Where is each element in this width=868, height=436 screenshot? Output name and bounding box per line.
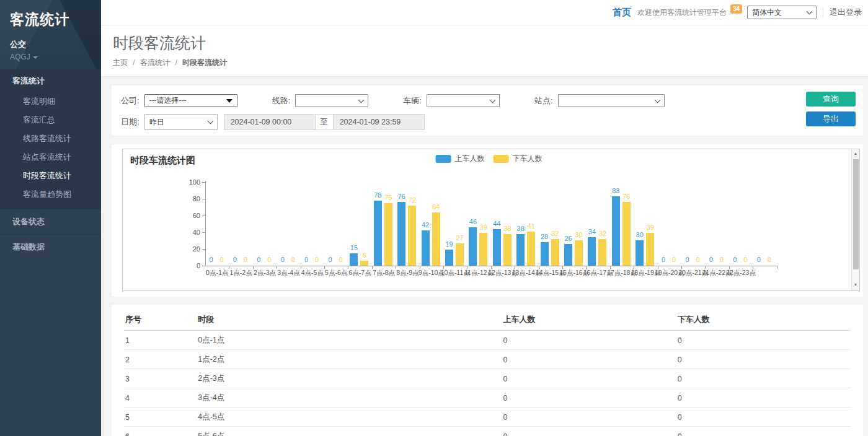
station-label: 站点: bbox=[534, 95, 553, 107]
breadcrumb-separator: / bbox=[133, 58, 135, 67]
user-name: AQGJ bbox=[10, 53, 30, 61]
bar bbox=[527, 232, 535, 266]
table-cell: 0 bbox=[676, 369, 851, 388]
y-axis-line bbox=[205, 181, 206, 266]
bar bbox=[493, 229, 501, 266]
table-cell: 0 bbox=[676, 427, 851, 436]
divider bbox=[823, 7, 823, 17]
bar bbox=[422, 230, 430, 266]
x-axis-label: 22点-23点 bbox=[725, 269, 757, 277]
bar bbox=[374, 201, 382, 266]
date-to-separator: 至 bbox=[316, 114, 333, 130]
bar bbox=[360, 261, 368, 266]
table-cell: 4点-5点 bbox=[197, 408, 502, 427]
company-select[interactable]: ---请选择--- bbox=[144, 94, 237, 107]
table-cell: 1 bbox=[124, 331, 197, 350]
bar-value-label: 76 bbox=[617, 193, 636, 200]
chevron-down-icon bbox=[654, 97, 660, 103]
org-name: 公交 bbox=[10, 39, 101, 50]
table-panel: 序号时段上车人数下车人数 10点-1点0021点-2点0032点-3点0043点… bbox=[112, 305, 863, 436]
chevron-down-icon bbox=[358, 97, 365, 103]
sidebar-subitem[interactable]: 客流明细 bbox=[0, 92, 101, 111]
table-header-row: 序号时段上车人数下车人数 bbox=[124, 308, 851, 331]
table-header-cell: 时段 bbox=[197, 308, 502, 331]
notification-badge[interactable]: 34 bbox=[730, 4, 742, 14]
sidebar-item-passenger-stats[interactable]: 客流统计 bbox=[0, 69, 101, 92]
table-header-cell: 序号 bbox=[124, 308, 197, 331]
dropdown-arrow-icon bbox=[226, 99, 232, 103]
bar bbox=[598, 239, 606, 266]
chart-container: 时段车流统计图 上车人数下车人数 0204060801000点-1点001点-2… bbox=[122, 149, 860, 291]
station-select[interactable] bbox=[558, 94, 665, 107]
topbar: 首页 欢迎使用客流统计管理平台 34 简体中文 退出登录 bbox=[101, 0, 868, 25]
table-row: 43点-4点00 bbox=[124, 388, 851, 408]
sidebar-subitem[interactable]: 客流量趋势图 bbox=[0, 185, 101, 204]
sidebar-item-base-data[interactable]: 基础数据 bbox=[0, 234, 101, 259]
table-body: 10点-1点0021点-2点0032点-3点0043点-4点0054点-5点00… bbox=[124, 331, 851, 436]
y-axis-tick bbox=[202, 266, 205, 266]
bar-value-label: 0 bbox=[760, 256, 779, 263]
sidebar-item-device-status[interactable]: 设备状态 bbox=[0, 209, 101, 234]
bar bbox=[445, 250, 453, 266]
logout-link[interactable]: 退出登录 bbox=[830, 7, 862, 18]
page-heading: 时段客流统计 主页 / 客流统计 / 时段客流统计 bbox=[101, 25, 868, 77]
app-logo: 客流统计 bbox=[10, 10, 101, 29]
table-cell: 2 bbox=[124, 350, 197, 369]
table-cell: 2点-3点 bbox=[197, 369, 502, 388]
vehicle-label: 车辆: bbox=[403, 95, 422, 107]
bar-value-label: 39 bbox=[641, 224, 660, 231]
bar bbox=[408, 206, 416, 266]
bar-value-label: 32 bbox=[593, 230, 612, 237]
table-header-cell: 下车人数 bbox=[676, 308, 851, 331]
bar bbox=[612, 196, 620, 266]
vehicle-select[interactable] bbox=[427, 94, 500, 107]
bar bbox=[564, 244, 572, 266]
table-cell: 5 bbox=[124, 408, 197, 427]
scroll-down-arrow-icon[interactable]: ▼ bbox=[852, 281, 859, 289]
date-to-input[interactable]: 2024-01-09 23:59 bbox=[333, 114, 425, 130]
stats-table: 序号时段上车人数下车人数 10点-1点0021点-2点0032点-3点0043点… bbox=[124, 308, 851, 436]
company-value: ---请选择--- bbox=[149, 95, 187, 106]
table-cell: 0 bbox=[502, 369, 676, 388]
table-row: 10点-1点00 bbox=[124, 331, 851, 350]
sidebar-subitem[interactable]: 时段客流统计 bbox=[0, 167, 101, 185]
table-cell: 4 bbox=[124, 388, 197, 408]
home-link[interactable]: 首页 bbox=[613, 7, 631, 19]
chevron-down-icon bbox=[807, 9, 813, 15]
table-cell: 6 bbox=[124, 427, 197, 436]
sidebar-submenu: 客流明细客流汇总线路客流统计站点客流统计时段客流统计客流量趋势图 bbox=[0, 92, 101, 209]
query-button[interactable]: 查询 bbox=[806, 92, 856, 107]
date-preset-select[interactable]: 昨日 bbox=[144, 114, 218, 130]
y-axis-tick bbox=[202, 249, 205, 250]
bar bbox=[503, 234, 512, 266]
breadcrumb-current: 时段客流统计 bbox=[182, 58, 227, 67]
sidebar-subitem[interactable]: 站点客流统计 bbox=[0, 148, 101, 167]
scroll-up-arrow-icon[interactable]: ▲ bbox=[852, 149, 859, 158]
sidebar-subitem[interactable]: 客流汇总 bbox=[0, 111, 101, 129]
table-header-cell: 上车人数 bbox=[502, 308, 676, 331]
date-preset-value: 昨日 bbox=[149, 117, 164, 128]
language-select[interactable]: 简体中文 bbox=[747, 6, 817, 19]
bar bbox=[636, 240, 644, 266]
breadcrumb-home[interactable]: 主页 bbox=[113, 58, 128, 67]
bar-value-label: 6 bbox=[355, 251, 374, 259]
chart-vertical-scrollbar[interactable]: ▲ ▼ bbox=[851, 149, 859, 290]
breadcrumb-passenger-stats[interactable]: 客流统计 bbox=[140, 58, 170, 67]
bar-value-label: 64 bbox=[427, 203, 445, 211]
sidebar-section-passenger-stats: 客流统计 客流明细客流汇总线路客流统计站点客流统计时段客流统计客流量趋势图 bbox=[0, 69, 101, 209]
y-axis-tick-label: 100 bbox=[174, 178, 200, 186]
table-row: 21点-2点00 bbox=[124, 350, 851, 369]
sidebar-subitem[interactable]: 线路客流统计 bbox=[0, 129, 101, 148]
user-menu[interactable]: AQGJ bbox=[10, 53, 101, 61]
line-select[interactable] bbox=[295, 94, 368, 107]
line-label: 线路: bbox=[272, 95, 291, 107]
bar-value-label: 15 bbox=[345, 244, 363, 251]
table-cell: 0 bbox=[502, 408, 676, 427]
table-cell: 0 bbox=[676, 331, 851, 350]
scrollbar-thumb[interactable] bbox=[853, 159, 859, 269]
date-from-input[interactable]: 2024-01-09 00:00 bbox=[224, 114, 316, 130]
chevron-down-icon bbox=[489, 97, 495, 103]
export-button[interactable]: 导出 bbox=[806, 111, 856, 126]
bar-chart: 0204060801000点-1点001点-2点002点-3点003点-4点00… bbox=[123, 149, 851, 290]
y-axis-tick bbox=[202, 216, 205, 216]
